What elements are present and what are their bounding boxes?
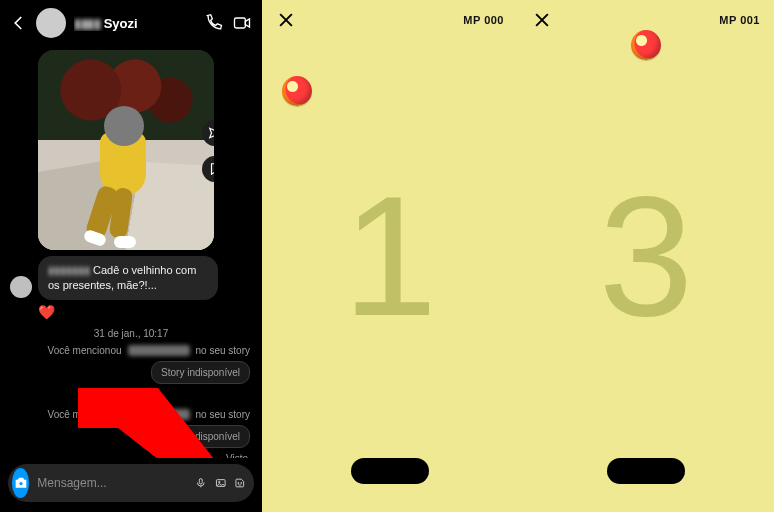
camera-button[interactable] (12, 468, 29, 498)
score-number: 3 (599, 158, 694, 354)
close-icon[interactable] (276, 10, 296, 30)
contact-name[interactable]: ▮▮▮▮ Syozi (74, 16, 196, 31)
sticker-icon[interactable] (234, 473, 246, 493)
close-icon[interactable] (532, 10, 552, 30)
mention-line: Você mencionou ▮▮▮▮▮▮▮ no seu story (0, 343, 262, 358)
bookmark-icon[interactable] (202, 156, 214, 182)
svg-point-2 (19, 482, 23, 486)
dm-header: ▮▮▮▮ Syozi (0, 0, 262, 46)
score-number: 1 (343, 158, 438, 354)
timestamp: 31 de jan., 10:17 (0, 328, 262, 339)
timestamp: ▮▮ ▮▮▮, 07:08 (0, 392, 262, 403)
messages-scroll[interactable]: ▮▮▮▮▮▮▮ Cadê o velhinho com os presentes… (0, 46, 262, 458)
share-icon[interactable] (202, 120, 214, 146)
svg-point-5 (218, 481, 220, 483)
game-paddle[interactable] (351, 458, 429, 484)
back-arrow-icon[interactable] (10, 14, 28, 32)
gallery-icon[interactable] (215, 473, 227, 493)
svg-point-6 (238, 483, 239, 484)
avatar[interactable] (36, 8, 66, 38)
photo-message[interactable] (38, 50, 214, 250)
seen-label: Visto (0, 451, 262, 458)
mic-icon[interactable] (195, 473, 207, 493)
game-ball (282, 76, 312, 106)
message-input-bar (8, 464, 254, 502)
mp-label: MP 000 (463, 14, 504, 26)
mp-label: MP 001 (719, 14, 760, 26)
game-paddle[interactable] (607, 458, 685, 484)
story-unavailable-pill[interactable]: Story indisponível (151, 361, 250, 384)
message-input[interactable] (37, 476, 187, 490)
svg-rect-0 (235, 18, 246, 28)
mention-line: Você mencionou ▮▮▮▮▮▮▮ no seu story (0, 407, 262, 422)
svg-point-7 (241, 483, 242, 484)
video-call-icon[interactable] (232, 13, 252, 33)
caption-message[interactable]: ▮▮▮▮▮▮▮ Cadê o velhinho com os presentes… (38, 256, 218, 300)
call-icon[interactable] (204, 13, 224, 33)
game-panel-1: MP 000 1 (262, 0, 518, 512)
svg-rect-3 (200, 479, 203, 484)
instagram-dm-panel: ▮▮▮▮ Syozi ▮▮▮▮▮▮▮ Cadê o velhinho com o… (0, 0, 262, 512)
game-ball (631, 30, 661, 60)
reaction-heart[interactable]: ❤️ (38, 304, 262, 320)
avatar[interactable] (10, 276, 32, 298)
game-panel-2: MP 001 3 (518, 0, 774, 512)
story-unavailable-pill[interactable]: Story indisponível (151, 425, 250, 448)
